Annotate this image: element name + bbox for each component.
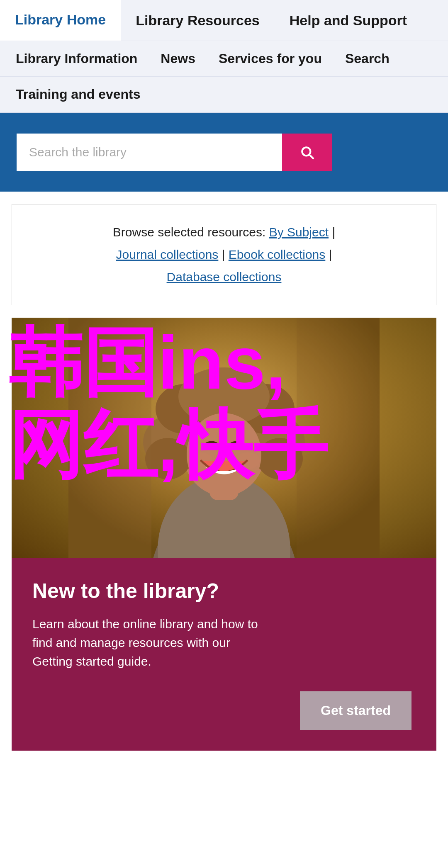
search-icon	[299, 144, 315, 160]
hero-description: Learn about the online library and how t…	[32, 615, 273, 671]
nav-library-home[interactable]: Library Home	[0, 0, 121, 41]
separator-3: |	[329, 248, 332, 261]
nav-search[interactable]: Search	[334, 41, 401, 76]
browse-by-subject-link[interactable]: By Subject	[269, 225, 329, 239]
hero-caption: New to the library? Learn about the onli…	[12, 558, 436, 751]
hero-person-illustration	[12, 318, 436, 558]
nav-services-for-you[interactable]: Services for you	[207, 41, 334, 76]
browse-resources-section: Browse selected resources: By Subject | …	[12, 204, 436, 305]
hero-section: New to the library? Learn about the onli…	[12, 318, 436, 751]
svg-point-16	[235, 452, 260, 469]
hero-image	[12, 318, 436, 558]
separator-2: |	[222, 248, 229, 261]
get-started-button[interactable]: Get started	[300, 691, 411, 730]
svg-point-13	[257, 438, 303, 479]
nav-help-support[interactable]: Help and Support	[275, 0, 422, 41]
separator-1: |	[332, 225, 335, 239]
search-input[interactable]	[17, 134, 282, 171]
nav-library-information[interactable]: Library Information	[4, 41, 149, 76]
svg-point-15	[188, 452, 213, 469]
nav-row-primary: Library Home Library Resources Help and …	[0, 0, 448, 41]
svg-rect-18	[297, 318, 380, 558]
svg-rect-17	[68, 318, 151, 558]
hero-title: New to the library?	[32, 579, 416, 603]
nav-library-resources[interactable]: Library Resources	[121, 0, 275, 41]
nav-row-secondary: Library Information News Services for yo…	[0, 41, 448, 76]
main-navigation: Library Home Library Resources Help and …	[0, 0, 448, 113]
browse-prefix: Browse selected resources:	[113, 225, 266, 239]
svg-point-12	[145, 438, 191, 479]
search-section	[0, 113, 448, 192]
browse-journal-collections-link[interactable]: Journal collections	[116, 248, 219, 261]
search-button[interactable]	[282, 134, 332, 171]
browse-database-collections-link[interactable]: Database collections	[167, 270, 282, 284]
browse-ebook-collections-link[interactable]: Ebook collections	[229, 248, 325, 261]
hero-overlay-container: 韩国ins, 网红,快手	[0, 318, 448, 751]
nav-training-events[interactable]: Training and events	[4, 77, 152, 112]
search-box	[17, 134, 332, 171]
nav-row-tertiary: Training and events	[0, 76, 448, 112]
nav-news[interactable]: News	[149, 41, 207, 76]
